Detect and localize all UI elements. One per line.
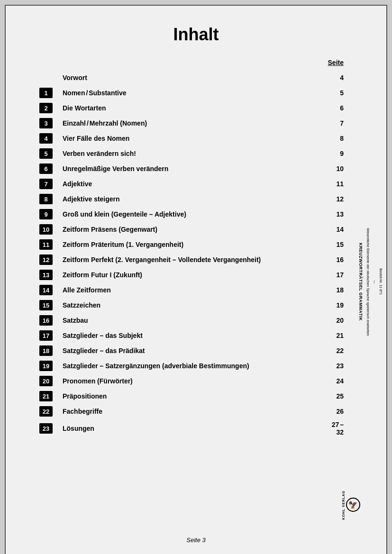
- page: Inhalt Seite Vorwort 4 1Nomen / Substant…: [5, 5, 387, 554]
- num-badge: 14: [39, 285, 53, 295]
- toc-num-cell: 9: [34, 209, 58, 219]
- num-badge: 1: [39, 88, 53, 98]
- toc-row: 9Groß und klein (Gegenteile – Adjektive)…: [34, 207, 358, 222]
- toc-item-page: 5: [329, 89, 358, 97]
- toc-item-page: 21: [329, 332, 358, 339]
- toc-table: Vorwort 4: [34, 70, 358, 85]
- toc-item-label: Satzglieder – das Subjekt: [58, 332, 329, 339]
- toc-row: 16Satzbau20: [34, 313, 358, 328]
- toc-item-page: 9: [329, 150, 358, 157]
- num-badge: 6: [39, 163, 53, 174]
- toc-num-cell: 11: [34, 239, 58, 250]
- toc-item-label: Fachbegriffe: [58, 408, 329, 415]
- toc-item-label: Pronomen (Fürwörter): [58, 377, 329, 385]
- toc-item-page: 20: [329, 317, 358, 324]
- toc-item-label: Zeitform Perfekt (2. Vergangenheit – Vol…: [58, 256, 329, 263]
- toc-num-cell: 4: [34, 133, 58, 144]
- toc-row: 17Satzglieder – das Subjekt21: [34, 328, 358, 343]
- num-badge: 5: [39, 148, 53, 159]
- toc-item-label: Zeitform Präteritum (1. Vergangenheit): [58, 241, 329, 248]
- num-badge: 18: [39, 345, 53, 356]
- toc-item-label: Adjektive steigern: [58, 195, 329, 203]
- toc-num-cell: 23: [34, 423, 58, 434]
- toc-item-label: Alle Zeitformen: [58, 286, 329, 294]
- toc-row: 5Verben verändern sich!9: [34, 146, 358, 161]
- num-badge: 7: [39, 179, 53, 189]
- toc-item-label: Präpositionen: [58, 392, 329, 400]
- toc-item-label: Unregelmäßige Verben verändern: [58, 165, 329, 173]
- toc-row: 14Alle Zeitformen18: [34, 282, 358, 298]
- toc-item-page: 16: [329, 256, 358, 263]
- num-badge: 11: [39, 239, 53, 250]
- vorwort-page: 4: [329, 74, 358, 82]
- toc-item-page: 19: [329, 301, 358, 309]
- publisher-name: KOHL VERLAG: [342, 490, 345, 520]
- toc-row: 15Satzzeichen19: [34, 298, 358, 313]
- num-badge: 2: [39, 103, 53, 113]
- toc-num-cell: 10: [34, 224, 58, 235]
- bestell-nr: Bestell-Nr. 11 871: [379, 269, 383, 295]
- toc-row: 3Einzahl / Mehrzahl (Nomen)7: [34, 116, 358, 131]
- num-badge: 13: [39, 270, 53, 280]
- toc-item-label: Satzglieder – das Prädikat: [58, 347, 329, 354]
- toc-item-label: Einzahl / Mehrzahl (Nomen): [58, 119, 329, 127]
- publisher-area: KOHL VERLAG 🦅: [342, 490, 360, 520]
- num-badge: 23: [39, 423, 53, 434]
- toc-row: 11Zeitform Präteritum (1. Vergangenheit)…: [34, 237, 358, 252]
- toc-num-cell: 2: [34, 103, 58, 113]
- num-badge: 21: [39, 391, 53, 401]
- toc-item-label: Zeitform Futur I (Zukunft): [58, 271, 329, 279]
- toc-rows: 1Nomen / Substantive52Die Wortarten63Ein…: [34, 85, 358, 438]
- toc-row: 22Fachbegriffe26: [34, 404, 358, 419]
- footer: Seite 3: [6, 536, 386, 544]
- toc-row: 4Vier Fälle des Nomen8: [34, 131, 358, 146]
- num-badge: 12: [39, 254, 53, 265]
- toc-item-label: Groß und klein (Gegenteile – Adjektive): [58, 210, 329, 218]
- toc-item-label: Satzbau: [58, 317, 329, 324]
- toc-row: 20Pronomen (Fürwörter)24: [34, 373, 358, 389]
- publisher-logo-icon: 🦅: [346, 498, 360, 512]
- toc-num-cell: 15: [34, 300, 58, 310]
- num-badge: 10: [39, 224, 53, 235]
- toc-row: 19Satzglieder – Satzergänzungen (adverbi…: [34, 358, 358, 373]
- toc-row: 2Die Wortarten6: [34, 100, 358, 116]
- toc-item-page: 18: [329, 286, 358, 294]
- num-badge: 19: [39, 361, 53, 371]
- toc-item-page: 8: [329, 135, 358, 142]
- side-sub: Wesentliche Elemente der deutschen Sprac…: [366, 228, 370, 336]
- num-badge: 20: [39, 376, 53, 386]
- toc-item-page: 11: [329, 180, 358, 188]
- toc-item-page: 7: [329, 119, 358, 127]
- seite-header: Seite: [34, 59, 358, 66]
- num-badge: 4: [39, 133, 53, 144]
- toc-num-cell: 20: [34, 376, 58, 386]
- toc-item-label: Satzzeichen: [58, 301, 329, 309]
- toc-num-cell: 19: [34, 361, 58, 371]
- toc-num-cell: 14: [34, 285, 58, 295]
- num-badge: 22: [39, 406, 53, 417]
- toc-item-page: 6: [329, 104, 358, 112]
- toc-item-label: Zeitform Präsens (Gegenwart): [58, 226, 329, 233]
- num-badge: 16: [39, 315, 53, 326]
- toc-num-cell: 16: [34, 315, 58, 326]
- toc-num-cell: 1: [34, 88, 58, 98]
- toc-item-page: 23: [329, 362, 358, 370]
- toc-num-cell: 12: [34, 254, 58, 265]
- side-text: Bestell-Nr. 11 871 — Wesentliche Element…: [358, 228, 383, 336]
- toc-num-cell: 18: [34, 345, 58, 356]
- toc-item-page: 12: [329, 195, 358, 203]
- toc-row: 1Nomen / Substantive5: [34, 85, 358, 100]
- toc-num-cell: 7: [34, 179, 58, 189]
- num-badge: 8: [39, 194, 53, 204]
- toc-row: 13Zeitform Futur I (Zukunft)17: [34, 267, 358, 282]
- toc-num-cell: 22: [34, 406, 58, 417]
- toc-item-page: 27 – 32: [329, 421, 358, 436]
- toc-item-page: 22: [329, 347, 358, 354]
- toc-num-cell: 5: [34, 148, 58, 159]
- toc-num-cell: 8: [34, 194, 58, 204]
- toc-num-cell: 21: [34, 391, 58, 401]
- toc-item-page: 24: [329, 377, 358, 385]
- toc-item-label: Adjektive: [58, 180, 329, 188]
- toc-num-cell: 17: [34, 330, 58, 341]
- num-badge: 15: [39, 300, 53, 310]
